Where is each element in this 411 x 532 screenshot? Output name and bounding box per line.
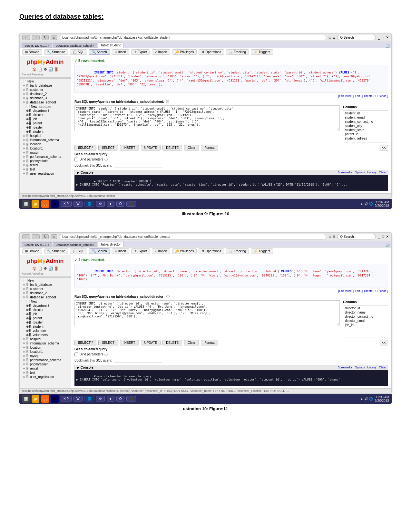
forward-btn-2[interactable]: → [32, 234, 40, 239]
help-icon-1[interactable]: ⓘ [166, 100, 169, 104]
sidebar-perfschema-2[interactable]: ⊕🗄 performance_schema [20, 358, 71, 362]
sidebar-bank-db-1[interactable]: ⊕🗄 bank_database [20, 83, 71, 88]
sidebar-location1-1[interactable]: ⊕🗄 location1 [20, 146, 71, 150]
col-student-email[interactable]: student_email [344, 115, 387, 120]
forward-btn[interactable]: → [32, 35, 40, 40]
sidebar-student-2[interactable]: ⊕🗄 student [20, 324, 71, 329]
taskbar-start-2[interactable]: 🪟 [22, 395, 30, 403]
toolbar-export-1[interactable]: ↗ Export [131, 49, 150, 55]
taskbar-start-1[interactable]: 🪟 [22, 200, 30, 208]
menu-icon-2[interactable]: ≡ [333, 234, 335, 239]
sidebar-sql-icon[interactable]: 📋 [38, 67, 43, 72]
toolbar-browse-2[interactable]: ⊞ Browse [22, 248, 42, 254]
col-parent-id[interactable]: parent_id [344, 132, 387, 136]
taskbar-app-box-2[interactable]: ⬛ [126, 396, 136, 401]
menu-icon[interactable]: ≡ [333, 35, 335, 40]
clear-link-1[interactable]: Clear [379, 171, 386, 174]
bind-help-icon-2[interactable]: ⓘ [104, 352, 108, 357]
tab-refresh-icon[interactable]: 🔄 [386, 44, 389, 48]
delete-btn-2[interactable]: DELETE [162, 340, 182, 345]
toolbar-triggers-2[interactable]: ⚡ Triggers [251, 248, 273, 254]
arrow-btn-1[interactable]: << [380, 145, 388, 150]
refresh-btn[interactable]: ↻ [42, 35, 49, 40]
sidebar-location-1[interactable]: ⊕🗄 location [20, 142, 71, 146]
select-star-btn-1[interactable]: SELECT * [74, 145, 96, 150]
sidebar-new-2[interactable]: 📄 New [20, 278, 71, 283]
sidebar-parent-2[interactable]: ⊕🗄 parent [20, 316, 71, 320]
select-btn-1[interactable]: SELECT [98, 145, 118, 150]
taskbar-ff-2[interactable]: 🦊 [41, 395, 49, 403]
sidebar-parent-1[interactable]: ⊕🗄 parent [20, 121, 71, 125]
col-director-contact[interactable]: director_contact_no [344, 314, 387, 319]
bookmark-input-1[interactable] [114, 163, 162, 168]
format-btn-2[interactable]: Format [201, 340, 218, 345]
clear-link-2[interactable]: Clear [379, 366, 386, 369]
toolbar-export-2[interactable]: ↗ Export [131, 248, 150, 254]
sidebar-sync-icon[interactable]: 🔄 [48, 67, 53, 72]
tab-server[interactable]: Server: 127.0.0.1 » [22, 43, 52, 48]
window-maximize-icon-2[interactable]: □ [382, 235, 384, 238]
sidebar-settings-icon[interactable]: ⚙ [44, 67, 47, 72]
insert-btn-1[interactable]: INSERT [120, 145, 139, 150]
tab-table[interactable]: Table: student [98, 43, 123, 48]
url-bar-2[interactable]: localhost/phpmyadmin/tbl_change.php?db=d… [59, 234, 326, 239]
sidebar-perfschema-1[interactable]: ⊕🗄 performance_schema [20, 155, 71, 159]
window-minimize-icon[interactable]: _ [378, 36, 380, 40]
taskbar-play-1[interactable]: ▶ [51, 200, 59, 208]
query-textarea-2[interactable]: INSERT INTO `director` (`director_id`, `… [74, 300, 340, 326]
sidebar-home-icon[interactable]: 🏠 [32, 67, 37, 72]
taskbar-app-o-2[interactable]: O [116, 396, 125, 401]
options-link-2[interactable]: Options [355, 366, 365, 369]
history-link-2[interactable]: History [367, 366, 376, 369]
col-student-adress[interactable]: student_adress [344, 136, 387, 140]
sidebar-director-1[interactable]: ⊕🗄 director [20, 113, 71, 117]
sidebar-volunteer-2[interactable]: ⊕🗄 volunteer [20, 329, 71, 333]
toolbar-structure-1[interactable]: 🔧 Structure [44, 49, 68, 55]
bookmark-input-2[interactable] [114, 358, 162, 363]
sidebar-infoschema-2[interactable]: ⊕🗄 information_schema [20, 341, 71, 345]
clear-btn-2[interactable]: Clear [184, 340, 199, 345]
taskbar-file-1[interactable]: 📁 [32, 200, 39, 208]
taskbar-app-o-1[interactable]: O [116, 201, 125, 207]
sidebar-phpmyadmin-1[interactable]: ⊕🗄 phpmyadmin [20, 159, 71, 163]
col-student-state[interactable]: student_state [344, 128, 387, 132]
format-btn-1[interactable]: Format [201, 145, 218, 150]
toolbar-tracking-1[interactable]: 📊 Tracking [226, 49, 249, 55]
sidebar-roaster-2[interactable]: ⊕🗄 roaster [20, 320, 71, 324]
arrow-btn-2[interactable]: << [380, 340, 388, 345]
help-icon-2[interactable]: ⓘ [166, 295, 170, 299]
sidebar-userreg-2[interactable]: ⊕🗄 user_registration [20, 375, 71, 379]
toolbar-tracking-2[interactable]: 📊 Tracking [226, 248, 249, 254]
sidebar-home-icon-2[interactable]: 🏠 [32, 266, 37, 271]
toolbar-structure-2[interactable]: 🔧 Structure [44, 248, 68, 254]
toolbar-search-2[interactable]: 🔍 Search [89, 248, 110, 254]
tab-db[interactable]: Database: database_school » [53, 43, 97, 48]
sidebar-hospital-1[interactable]: ⊕🗄 hospital [20, 134, 71, 138]
sidebar-sql-icon-2[interactable]: 📋 [38, 266, 43, 271]
update-btn-1[interactable]: UPDATE [141, 145, 161, 150]
select-btn-2[interactable]: SELECT [98, 340, 118, 345]
sidebar-mysql-2[interactable]: ⊕🗄 mysql [20, 354, 71, 358]
sidebar-volunteers-2[interactable]: ⊕🗄 volunteers [20, 333, 71, 337]
taskbar-app-settings-2[interactable]: ⚙ [96, 396, 105, 401]
sidebar-customer-2[interactable]: ⊕🗄 customer [20, 287, 71, 291]
insert-btn-2[interactable]: INSERT [120, 340, 139, 345]
sidebar-infoschema-1[interactable]: ⊕🗄 information_schema [20, 138, 71, 142]
refresh-btn-2[interactable]: ↻ [42, 234, 49, 239]
sidebar-bank-db-2[interactable]: ⊕🗄 bank_database [20, 283, 71, 287]
delete-btn-1[interactable]: DELETE [162, 145, 182, 150]
url-bar-1[interactable]: localhost/phpmyadmin/tbl_change.php?db=d… [59, 35, 326, 40]
toolbar-privileges-1[interactable]: 🔑 Privileges [172, 49, 197, 55]
col-student-id[interactable]: student_id [344, 111, 387, 115]
sidebar-settings-icon-2[interactable]: ⚙ [44, 266, 47, 271]
bookmarks-link-2[interactable]: Bookmarks [338, 366, 352, 369]
bind-help-icon-1[interactable]: ⓘ [104, 157, 108, 162]
sidebar-department-2[interactable]: ⊕🗄 department [20, 304, 71, 308]
taskbar-app-box-1[interactable]: ⬛ [126, 201, 136, 207]
sidebar-database2-2[interactable]: ⊕🗄 database_2 [20, 291, 71, 295]
select-star-btn-2[interactable]: SELECT * [74, 340, 96, 345]
sidebar-department-1[interactable]: ⊕🗄 department [20, 109, 71, 113]
taskbar-app-excel-2[interactable]: X P [61, 396, 72, 401]
window-close-icon-2[interactable]: ✕ [386, 235, 389, 239]
tab-refresh-icon-2[interactable]: 🔄 [386, 244, 389, 247]
